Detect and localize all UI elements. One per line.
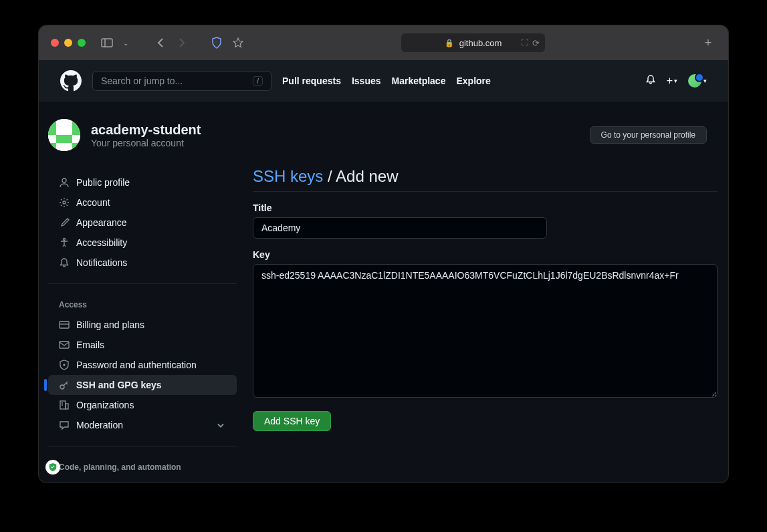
- sidebar-item-label: Notifications: [76, 257, 127, 268]
- github-logo-icon[interactable]: [60, 70, 82, 92]
- svg-rect-7: [60, 342, 69, 348]
- lock-icon: 🔒: [445, 39, 454, 47]
- avatar-icon: [688, 74, 701, 88]
- new-tab-button[interactable]: +: [700, 35, 716, 51]
- close-window-button[interactable]: [51, 39, 59, 47]
- accessibility-icon: [59, 237, 70, 248]
- sidebar-item-notifications[interactable]: Notifications: [48, 253, 237, 273]
- sidebar-item-label: Organizations: [76, 400, 134, 410]
- address-bar[interactable]: 🔒 github.com ⛶ ⟳: [401, 33, 546, 52]
- sidebar-toggle-icon[interactable]: [99, 35, 115, 51]
- title-label: Title: [253, 203, 718, 213]
- svg-rect-11: [66, 404, 68, 409]
- reader-icon[interactable]: ⛶: [521, 38, 528, 48]
- nav-marketplace[interactable]: Marketplace: [392, 76, 446, 86]
- main-content: SSH keys / Add new Title Key Add SSH key: [237, 167, 718, 483]
- slash-hint: /: [253, 76, 263, 86]
- gear-icon: [59, 197, 70, 208]
- user-menu[interactable]: ▾: [688, 74, 707, 88]
- sidebar-item-label: Accessibility: [76, 237, 127, 248]
- forward-button[interactable]: [174, 35, 190, 51]
- header-nav: Pull requests Issues Marketplace Explore: [282, 76, 491, 86]
- go-to-profile-button[interactable]: Go to your personal profile: [590, 126, 707, 144]
- sidebar-item-label: Account: [76, 197, 110, 208]
- search-input[interactable]: Search or jump to... /: [92, 71, 271, 91]
- key-icon: [59, 380, 70, 390]
- sidebar-item-account[interactable]: Account: [48, 192, 237, 213]
- sidebar-item-billing[interactable]: Billing and plans: [48, 315, 237, 335]
- organization-icon: [59, 400, 70, 410]
- svg-rect-0: [102, 39, 112, 47]
- security-badge-icon[interactable]: [45, 460, 60, 475]
- key-textarea[interactable]: [253, 264, 718, 398]
- sidebar-item-label: Emails: [76, 340, 104, 350]
- account-subtitle: Your personal account: [91, 138, 201, 148]
- minimize-window-button[interactable]: [64, 39, 72, 47]
- page-title: SSH keys / Add new: [253, 167, 718, 192]
- user-avatar: [48, 119, 80, 151]
- sidebar-item-label: Repositories: [76, 482, 128, 483]
- back-button[interactable]: [152, 35, 169, 51]
- settings-sidebar: Public profile Account Appearance Access…: [39, 167, 237, 483]
- sidebar-item-label: Billing and plans: [76, 319, 144, 330]
- browser-titlebar: ⌄ 🔒 github.com ⛶ ⟳ +: [39, 25, 728, 60]
- mail-icon: [59, 340, 70, 350]
- sidebar-item-accessibility[interactable]: Accessibility: [48, 233, 237, 253]
- sidebar-item-public-profile[interactable]: Public profile: [48, 172, 237, 192]
- github-header: Search or jump to... / Pull requests Iss…: [39, 60, 728, 102]
- nav-explore[interactable]: Explore: [456, 76, 490, 86]
- create-new-dropdown[interactable]: +▾: [667, 75, 677, 87]
- breadcrumb-ssh-keys-link[interactable]: SSH keys: [253, 167, 323, 185]
- nav-pull-requests[interactable]: Pull requests: [282, 76, 341, 86]
- nav-issues[interactable]: Issues: [352, 76, 381, 86]
- reload-icon[interactable]: ⟳: [532, 38, 540, 48]
- bookmark-star-icon[interactable]: [230, 35, 246, 51]
- breadcrumb-current: Add new: [336, 167, 398, 185]
- search-placeholder: Search or jump to...: [101, 76, 183, 86]
- svg-point-3: [63, 201, 66, 204]
- sidebar-item-label: SSH and GPG keys: [76, 380, 162, 390]
- sidebar-item-moderation[interactable]: Moderation: [48, 415, 237, 435]
- account-header: academy-student Your personal account Go…: [39, 119, 728, 151]
- sidebar-item-repositories[interactable]: Repositories: [48, 477, 237, 483]
- sidebar-group-header: Code, planning, and automation: [48, 452, 237, 477]
- credit-card-icon: [59, 319, 70, 330]
- sidebar-item-appearance[interactable]: Appearance: [48, 213, 237, 233]
- title-input[interactable]: [253, 217, 547, 239]
- sidebar-item-emails[interactable]: Emails: [48, 335, 237, 355]
- shield-icon[interactable]: [209, 35, 225, 51]
- brush-icon: [59, 217, 70, 228]
- svg-point-8: [64, 364, 65, 366]
- browser-window: ⌄ 🔒 github.com ⛶ ⟳ + Search or jump to..…: [39, 25, 728, 483]
- add-ssh-key-button[interactable]: Add SSH key: [253, 411, 331, 431]
- sidebar-item-ssh-gpg-keys[interactable]: SSH and GPG keys: [48, 375, 237, 395]
- comment-icon: [59, 420, 70, 430]
- sidebar-item-label: Appearance: [76, 217, 127, 228]
- sidebar-item-label: Moderation: [76, 420, 123, 430]
- sidebar-item-label: Password and authentication: [76, 360, 197, 370]
- sidebar-group-header: Access: [48, 289, 237, 315]
- svg-rect-5: [60, 321, 69, 328]
- chevron-down-icon: [215, 420, 226, 430]
- maximize-window-button[interactable]: [78, 39, 86, 47]
- url-host: github.com: [459, 38, 502, 48]
- traffic-lights: [51, 39, 86, 47]
- svg-point-2: [62, 178, 66, 182]
- repo-icon: [59, 482, 70, 483]
- sidebar-item-organizations[interactable]: Organizations: [48, 395, 237, 415]
- shield-lock-icon: [59, 360, 70, 370]
- username: academy-student: [91, 122, 201, 138]
- bell-icon: [59, 257, 70, 268]
- person-icon: [59, 177, 70, 188]
- svg-point-4: [64, 239, 66, 241]
- key-label: Key: [253, 249, 718, 260]
- sidebar-item-label: Public profile: [76, 177, 130, 188]
- sidebar-item-password[interactable]: Password and authentication: [48, 355, 237, 375]
- chevron-down-icon[interactable]: ⌄: [118, 35, 134, 51]
- notifications-icon[interactable]: [645, 74, 656, 88]
